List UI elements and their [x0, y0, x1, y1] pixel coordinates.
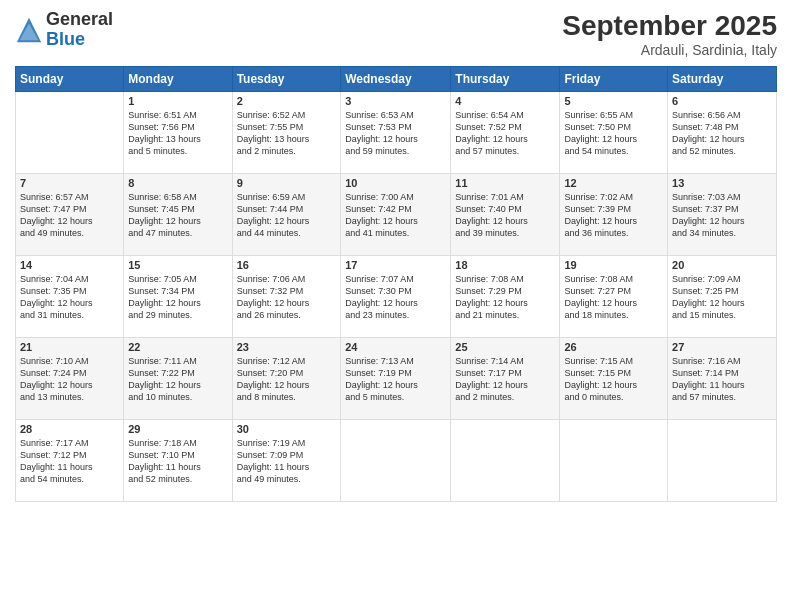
- cell-info-text: Sunrise: 7:18 AM Sunset: 7:10 PM Dayligh…: [128, 437, 227, 486]
- cell-date-number: 25: [455, 341, 555, 353]
- cell-date-number: 4: [455, 95, 555, 107]
- page: General Blue September 2025 Ardauli, Sar…: [0, 0, 792, 612]
- cell-info-text: Sunrise: 7:05 AM Sunset: 7:34 PM Dayligh…: [128, 273, 227, 322]
- day-header-sunday: Sunday: [16, 67, 124, 92]
- cell-info-text: Sunrise: 7:08 AM Sunset: 7:27 PM Dayligh…: [564, 273, 663, 322]
- cell-info-text: Sunrise: 6:59 AM Sunset: 7:44 PM Dayligh…: [237, 191, 337, 240]
- calendar-cell: 4Sunrise: 6:54 AM Sunset: 7:52 PM Daylig…: [451, 92, 560, 174]
- cell-date-number: 5: [564, 95, 663, 107]
- cell-date-number: 24: [345, 341, 446, 353]
- logo-blue: Blue: [46, 30, 113, 50]
- cell-info-text: Sunrise: 6:57 AM Sunset: 7:47 PM Dayligh…: [20, 191, 119, 240]
- cell-info-text: Sunrise: 7:10 AM Sunset: 7:24 PM Dayligh…: [20, 355, 119, 404]
- cell-info-text: Sunrise: 7:12 AM Sunset: 7:20 PM Dayligh…: [237, 355, 337, 404]
- calendar-cell: [16, 92, 124, 174]
- calendar-cell: [341, 420, 451, 502]
- cell-date-number: 3: [345, 95, 446, 107]
- cell-info-text: Sunrise: 7:09 AM Sunset: 7:25 PM Dayligh…: [672, 273, 772, 322]
- cell-date-number: 9: [237, 177, 337, 189]
- calendar-cell: 18Sunrise: 7:08 AM Sunset: 7:29 PM Dayli…: [451, 256, 560, 338]
- calendar-cell: 2Sunrise: 6:52 AM Sunset: 7:55 PM Daylig…: [232, 92, 341, 174]
- cell-date-number: 2: [237, 95, 337, 107]
- day-header-wednesday: Wednesday: [341, 67, 451, 92]
- cell-info-text: Sunrise: 7:14 AM Sunset: 7:17 PM Dayligh…: [455, 355, 555, 404]
- calendar-cell: [451, 420, 560, 502]
- calendar-cell: 24Sunrise: 7:13 AM Sunset: 7:19 PM Dayli…: [341, 338, 451, 420]
- cell-info-text: Sunrise: 7:13 AM Sunset: 7:19 PM Dayligh…: [345, 355, 446, 404]
- logo-icon: [15, 16, 43, 44]
- cell-date-number: 21: [20, 341, 119, 353]
- calendar-cell: 28Sunrise: 7:17 AM Sunset: 7:12 PM Dayli…: [16, 420, 124, 502]
- calendar-cell: 27Sunrise: 7:16 AM Sunset: 7:14 PM Dayli…: [668, 338, 777, 420]
- cell-date-number: 26: [564, 341, 663, 353]
- calendar-cell: 3Sunrise: 6:53 AM Sunset: 7:53 PM Daylig…: [341, 92, 451, 174]
- header: General Blue September 2025 Ardauli, Sar…: [15, 10, 777, 58]
- calendar-cell: 5Sunrise: 6:55 AM Sunset: 7:50 PM Daylig…: [560, 92, 668, 174]
- cell-info-text: Sunrise: 7:11 AM Sunset: 7:22 PM Dayligh…: [128, 355, 227, 404]
- cell-info-text: Sunrise: 7:04 AM Sunset: 7:35 PM Dayligh…: [20, 273, 119, 322]
- cell-date-number: 29: [128, 423, 227, 435]
- calendar-cell: 17Sunrise: 7:07 AM Sunset: 7:30 PM Dayli…: [341, 256, 451, 338]
- calendar-cell: 10Sunrise: 7:00 AM Sunset: 7:42 PM Dayli…: [341, 174, 451, 256]
- month-title: September 2025: [562, 10, 777, 42]
- cell-info-text: Sunrise: 6:52 AM Sunset: 7:55 PM Dayligh…: [237, 109, 337, 158]
- calendar-cell: 6Sunrise: 6:56 AM Sunset: 7:48 PM Daylig…: [668, 92, 777, 174]
- cell-date-number: 16: [237, 259, 337, 271]
- location: Ardauli, Sardinia, Italy: [562, 42, 777, 58]
- day-header-saturday: Saturday: [668, 67, 777, 92]
- logo-text: General Blue: [46, 10, 113, 50]
- calendar-cell: 21Sunrise: 7:10 AM Sunset: 7:24 PM Dayli…: [16, 338, 124, 420]
- cell-date-number: 27: [672, 341, 772, 353]
- calendar-cell: 20Sunrise: 7:09 AM Sunset: 7:25 PM Dayli…: [668, 256, 777, 338]
- calendar-cell: 15Sunrise: 7:05 AM Sunset: 7:34 PM Dayli…: [124, 256, 232, 338]
- cell-date-number: 8: [128, 177, 227, 189]
- cell-date-number: 11: [455, 177, 555, 189]
- cell-info-text: Sunrise: 6:54 AM Sunset: 7:52 PM Dayligh…: [455, 109, 555, 158]
- calendar-cell: 12Sunrise: 7:02 AM Sunset: 7:39 PM Dayli…: [560, 174, 668, 256]
- calendar-cell: 9Sunrise: 6:59 AM Sunset: 7:44 PM Daylig…: [232, 174, 341, 256]
- cell-info-text: Sunrise: 7:00 AM Sunset: 7:42 PM Dayligh…: [345, 191, 446, 240]
- day-header-tuesday: Tuesday: [232, 67, 341, 92]
- calendar-cell: 8Sunrise: 6:58 AM Sunset: 7:45 PM Daylig…: [124, 174, 232, 256]
- day-header-monday: Monday: [124, 67, 232, 92]
- cell-info-text: Sunrise: 7:01 AM Sunset: 7:40 PM Dayligh…: [455, 191, 555, 240]
- cell-date-number: 22: [128, 341, 227, 353]
- cell-info-text: Sunrise: 6:56 AM Sunset: 7:48 PM Dayligh…: [672, 109, 772, 158]
- calendar-cell: 14Sunrise: 7:04 AM Sunset: 7:35 PM Dayli…: [16, 256, 124, 338]
- calendar-week-row: 28Sunrise: 7:17 AM Sunset: 7:12 PM Dayli…: [16, 420, 777, 502]
- cell-info-text: Sunrise: 7:17 AM Sunset: 7:12 PM Dayligh…: [20, 437, 119, 486]
- calendar-cell: 25Sunrise: 7:14 AM Sunset: 7:17 PM Dayli…: [451, 338, 560, 420]
- calendar-cell: 7Sunrise: 6:57 AM Sunset: 7:47 PM Daylig…: [16, 174, 124, 256]
- calendar-week-row: 14Sunrise: 7:04 AM Sunset: 7:35 PM Dayli…: [16, 256, 777, 338]
- cell-info-text: Sunrise: 7:03 AM Sunset: 7:37 PM Dayligh…: [672, 191, 772, 240]
- logo-general: General: [46, 10, 113, 30]
- calendar-cell: 11Sunrise: 7:01 AM Sunset: 7:40 PM Dayli…: [451, 174, 560, 256]
- cell-info-text: Sunrise: 6:55 AM Sunset: 7:50 PM Dayligh…: [564, 109, 663, 158]
- cell-date-number: 17: [345, 259, 446, 271]
- calendar-cell: 16Sunrise: 7:06 AM Sunset: 7:32 PM Dayli…: [232, 256, 341, 338]
- title-block: September 2025 Ardauli, Sardinia, Italy: [562, 10, 777, 58]
- cell-info-text: Sunrise: 6:51 AM Sunset: 7:56 PM Dayligh…: [128, 109, 227, 158]
- cell-date-number: 12: [564, 177, 663, 189]
- calendar-week-row: 1Sunrise: 6:51 AM Sunset: 7:56 PM Daylig…: [16, 92, 777, 174]
- cell-info-text: Sunrise: 7:16 AM Sunset: 7:14 PM Dayligh…: [672, 355, 772, 404]
- cell-info-text: Sunrise: 7:06 AM Sunset: 7:32 PM Dayligh…: [237, 273, 337, 322]
- cell-info-text: Sunrise: 7:19 AM Sunset: 7:09 PM Dayligh…: [237, 437, 337, 486]
- day-header-thursday: Thursday: [451, 67, 560, 92]
- cell-date-number: 18: [455, 259, 555, 271]
- calendar-cell: 1Sunrise: 6:51 AM Sunset: 7:56 PM Daylig…: [124, 92, 232, 174]
- calendar-cell: [668, 420, 777, 502]
- calendar-cell: 29Sunrise: 7:18 AM Sunset: 7:10 PM Dayli…: [124, 420, 232, 502]
- logo: General Blue: [15, 10, 113, 50]
- cell-date-number: 20: [672, 259, 772, 271]
- cell-date-number: 19: [564, 259, 663, 271]
- cell-date-number: 30: [237, 423, 337, 435]
- cell-date-number: 7: [20, 177, 119, 189]
- calendar-cell: 19Sunrise: 7:08 AM Sunset: 7:27 PM Dayli…: [560, 256, 668, 338]
- cell-info-text: Sunrise: 7:15 AM Sunset: 7:15 PM Dayligh…: [564, 355, 663, 404]
- cell-info-text: Sunrise: 7:08 AM Sunset: 7:29 PM Dayligh…: [455, 273, 555, 322]
- cell-date-number: 28: [20, 423, 119, 435]
- calendar-header-row: SundayMondayTuesdayWednesdayThursdayFrid…: [16, 67, 777, 92]
- cell-info-text: Sunrise: 7:02 AM Sunset: 7:39 PM Dayligh…: [564, 191, 663, 240]
- cell-date-number: 6: [672, 95, 772, 107]
